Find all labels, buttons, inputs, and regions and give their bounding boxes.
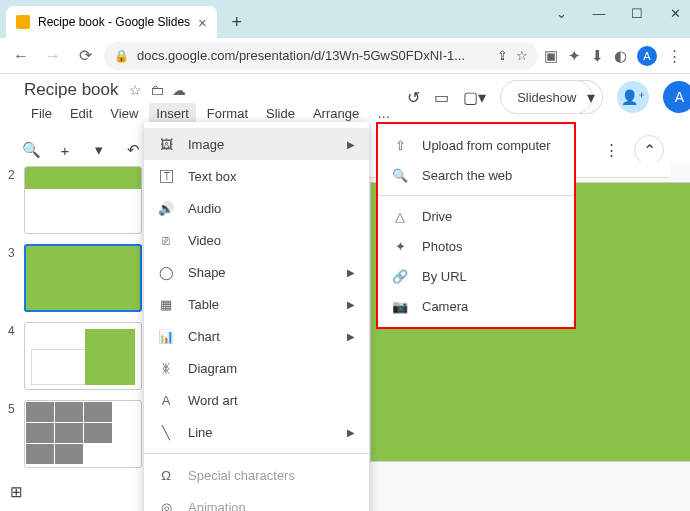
cast-icon[interactable]: ▣	[544, 47, 558, 65]
menu-slide[interactable]: Slide	[259, 103, 302, 124]
insert-image[interactable]: 🖼Image▶	[144, 128, 369, 160]
address-bar-row: ← → ⟳ 🔒 docs.google.com/presentation/d/1…	[0, 38, 690, 74]
image-upload-from-computer[interactable]: ⇧Upload from computer	[378, 130, 574, 160]
download-icon[interactable]: ⬇	[591, 47, 604, 65]
menu-insert[interactable]: Insert	[149, 103, 196, 124]
text-box-icon: 🅃	[158, 169, 174, 184]
thumb-number: 5	[8, 400, 18, 416]
insert-audio[interactable]: 🔊Audio	[144, 192, 369, 224]
video-icon: ⎚	[158, 233, 174, 248]
url-bar[interactable]: 🔒 docs.google.com/presentation/d/13Wn-5G…	[104, 42, 538, 70]
star-icon[interactable]: ☆	[516, 48, 528, 63]
image-drive[interactable]: △Drive	[378, 201, 574, 231]
url-text: docs.google.com/presentation/d/13Wn-5GwS…	[137, 48, 465, 63]
minimize-icon[interactable]: —	[588, 6, 610, 21]
browser-tab[interactable]: Recipe book - Google Slides ×	[6, 6, 217, 38]
chevron-right-icon: ▶	[347, 139, 355, 150]
browser-titlebar: Recipe book - Google Slides × + ⌄ — ☐ ✕	[0, 0, 690, 38]
new-slide-dropdown[interactable]: ▾	[88, 141, 110, 159]
diagram-icon: ᛤ	[158, 361, 174, 376]
insert-line[interactable]: ╲Line▶	[144, 416, 369, 448]
back-button[interactable]: ←	[8, 43, 34, 69]
chevron-right-icon: ▶	[347, 331, 355, 342]
share-button[interactable]: 👤⁺	[617, 81, 649, 113]
grid-view-button[interactable]: ⊞	[10, 483, 23, 501]
star-doc-icon[interactable]: ☆	[129, 82, 142, 98]
menu-format[interactable]: Format	[200, 103, 255, 124]
photos-icon: ✦	[392, 239, 408, 254]
tab-title: Recipe book - Google Slides	[38, 15, 190, 29]
image-camera[interactable]: 📷Camera	[378, 291, 574, 321]
reading-list-icon[interactable]: ◐	[614, 47, 627, 65]
reload-button[interactable]: ⟳	[72, 43, 98, 69]
move-doc-icon[interactable]: 🗀	[150, 82, 164, 98]
slide-thumbnail[interactable]	[24, 166, 142, 234]
line-icon: ╲	[158, 425, 174, 440]
animation-icon: ◎	[158, 500, 174, 512]
insert-word-art[interactable]: AWord art	[144, 384, 369, 416]
insert-table[interactable]: ▦Table▶	[144, 288, 369, 320]
image-search-web[interactable]: 🔍Search the web	[378, 160, 574, 190]
menu-file[interactable]: File	[24, 103, 59, 124]
insert-diagram[interactable]: ᛤDiagram	[144, 352, 369, 384]
insert-video[interactable]: ⎚Video	[144, 224, 369, 256]
chevron-right-icon: ▶	[347, 267, 355, 278]
thumb-number: 4	[8, 322, 18, 338]
chevron-down-icon[interactable]: ⌄	[550, 6, 572, 21]
image-photos[interactable]: ✦Photos	[378, 231, 574, 261]
window-controls: ⌄ — ☐ ✕	[550, 6, 686, 21]
chart-icon: 📊	[158, 329, 174, 344]
word-art-icon: A	[158, 393, 174, 408]
camera-icon: 📷	[392, 299, 408, 314]
slide-thumbnail-selected[interactable]	[24, 244, 142, 312]
history-icon[interactable]: ↺	[407, 88, 420, 107]
forward-button[interactable]: →	[40, 43, 66, 69]
close-window-icon[interactable]: ✕	[664, 6, 686, 21]
search-icon[interactable]: 🔍	[20, 141, 42, 159]
image-submenu: ⇧Upload from computer 🔍Search the web △D…	[376, 122, 576, 329]
share-icon[interactable]: ⇪	[497, 48, 508, 63]
browser-menu-icon[interactable]: ⋮	[667, 47, 682, 65]
more-tools-icon[interactable]: ⋮	[600, 141, 622, 159]
profile-avatar-small[interactable]: A	[637, 46, 657, 66]
meet-icon[interactable]: ▢▾	[463, 88, 486, 107]
menu-separator	[144, 453, 369, 454]
drive-icon: △	[392, 209, 408, 224]
new-slide-button[interactable]: +	[54, 142, 76, 159]
insert-shape[interactable]: ◯Shape▶	[144, 256, 369, 288]
insert-chart[interactable]: 📊Chart▶	[144, 320, 369, 352]
insert-menu-dropdown: 🖼Image▶ 🅃Text box 🔊Audio ⎚Video ◯Shape▶ …	[144, 122, 369, 511]
slide-thumbnail[interactable]	[24, 322, 142, 390]
image-by-url[interactable]: 🔗By URL	[378, 261, 574, 291]
close-tab-icon[interactable]: ×	[198, 14, 207, 31]
slides-favicon	[16, 15, 30, 29]
account-avatar[interactable]: A	[663, 81, 690, 113]
url-icon: 🔗	[392, 269, 408, 284]
insert-text-box[interactable]: 🅃Text box	[144, 160, 369, 192]
thumb-number: 3	[8, 244, 18, 260]
slideshow-dropdown[interactable]: ▾	[579, 80, 603, 114]
lock-icon: 🔒	[114, 49, 129, 63]
menu-bar: File Edit View Insert Format Slide Arran…	[24, 103, 397, 124]
search-icon: 🔍	[392, 168, 408, 183]
menu-view[interactable]: View	[103, 103, 145, 124]
undo-button[interactable]: ↶	[122, 141, 144, 159]
audio-icon: 🔊	[158, 201, 174, 216]
image-icon: 🖼	[158, 137, 174, 152]
new-tab-button[interactable]: +	[223, 8, 251, 36]
document-title[interactable]: Recipe book	[24, 80, 119, 100]
menu-separator	[378, 195, 574, 196]
thumb-number: 2	[8, 166, 18, 182]
slide-thumbnails-panel[interactable]: 2 3 4 5	[0, 162, 150, 511]
upload-icon: ⇧	[392, 138, 408, 153]
menu-edit[interactable]: Edit	[63, 103, 99, 124]
comments-icon[interactable]: ▭	[434, 88, 449, 107]
table-icon: ▦	[158, 297, 174, 312]
menu-arrange[interactable]: Arrange	[306, 103, 366, 124]
extensions-icon[interactable]: ✦	[568, 47, 581, 65]
collapse-panel-button[interactable]: ⌃	[634, 135, 664, 165]
shape-icon: ◯	[158, 265, 174, 280]
maximize-icon[interactable]: ☐	[626, 6, 648, 21]
slide-thumbnail[interactable]	[24, 400, 142, 468]
menu-more[interactable]: …	[370, 103, 397, 124]
